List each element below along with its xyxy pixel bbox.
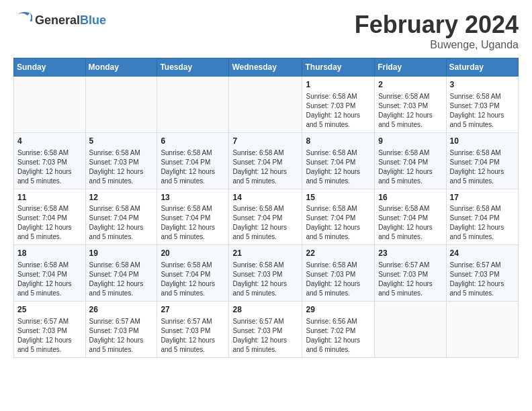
weekday-header-thursday: Thursday [302, 58, 375, 77]
day-number: 24 [450, 248, 515, 259]
weekday-header-saturday: Saturday [446, 58, 518, 77]
day-info: Sunrise: 6:57 AM Sunset: 7:03 PM Dayligh… [378, 261, 442, 298]
day-number: 27 [161, 304, 225, 316]
day-number: 9 [378, 136, 442, 147]
day-number: 26 [89, 304, 154, 316]
calendar-cell: 28Sunrise: 6:57 AM Sunset: 7:03 PM Dayli… [229, 302, 302, 358]
calendar-cell [14, 77, 86, 133]
day-number: 3 [450, 79, 515, 91]
calendar-cell: 6Sunrise: 6:58 AM Sunset: 7:04 PM Daylig… [157, 132, 229, 189]
calendar-cell: 14Sunrise: 6:58 AM Sunset: 7:04 PM Dayli… [229, 189, 302, 245]
calendar-cell: 5Sunrise: 6:58 AM Sunset: 7:03 PM Daylig… [85, 132, 157, 189]
day-info: Sunrise: 6:58 AM Sunset: 7:04 PM Dayligh… [306, 148, 371, 186]
day-info: Sunrise: 6:58 AM Sunset: 7:04 PM Dayligh… [161, 204, 225, 242]
day-number: 13 [161, 192, 225, 203]
calendar-cell: 23Sunrise: 6:57 AM Sunset: 7:03 PM Dayli… [375, 245, 446, 302]
calendar-cell: 9Sunrise: 6:58 AM Sunset: 7:04 PM Daylig… [375, 132, 446, 189]
calendar-cell: 18Sunrise: 6:58 AM Sunset: 7:04 PM Dayli… [14, 245, 86, 302]
logo-icon [13, 11, 32, 30]
day-number: 14 [232, 192, 298, 203]
location-subtitle: Buwenge, Uganda [355, 39, 519, 51]
day-info: Sunrise: 6:58 AM Sunset: 7:03 PM Dayligh… [17, 148, 82, 186]
day-info: Sunrise: 6:58 AM Sunset: 7:03 PM Dayligh… [232, 261, 298, 298]
day-info: Sunrise: 6:58 AM Sunset: 7:03 PM Dayligh… [450, 92, 515, 130]
calendar-cell: 20Sunrise: 6:58 AM Sunset: 7:04 PM Dayli… [157, 245, 229, 302]
calendar-cell: 10Sunrise: 6:58 AM Sunset: 7:04 PM Dayli… [446, 132, 518, 189]
calendar-week-3: 11Sunrise: 6:58 AM Sunset: 7:04 PM Dayli… [14, 189, 519, 245]
day-number: 2 [378, 79, 442, 91]
calendar-cell: 7Sunrise: 6:58 AM Sunset: 7:04 PM Daylig… [229, 132, 302, 189]
month-year-title: February 2024 [355, 11, 519, 39]
weekday-header-wednesday: Wednesday [229, 58, 302, 77]
day-number: 12 [89, 192, 154, 203]
logo-general-text: General [35, 13, 80, 27]
day-info: Sunrise: 6:58 AM Sunset: 7:04 PM Dayligh… [306, 204, 371, 242]
calendar-table: SundayMondayTuesdayWednesdayThursdayFrid… [13, 58, 519, 358]
calendar-cell: 19Sunrise: 6:58 AM Sunset: 7:04 PM Dayli… [85, 245, 157, 302]
calendar-cell: 24Sunrise: 6:57 AM Sunset: 7:03 PM Dayli… [446, 245, 518, 302]
day-number: 1 [306, 79, 371, 91]
weekday-header-sunday: Sunday [14, 58, 86, 77]
weekday-header-row: SundayMondayTuesdayWednesdayThursdayFrid… [14, 58, 519, 77]
day-info: Sunrise: 6:58 AM Sunset: 7:03 PM Dayligh… [306, 261, 371, 298]
calendar-week-2: 4Sunrise: 6:58 AM Sunset: 7:03 PM Daylig… [14, 132, 519, 189]
day-number: 28 [232, 304, 298, 316]
day-number: 16 [378, 192, 442, 203]
calendar-cell: 4Sunrise: 6:58 AM Sunset: 7:03 PM Daylig… [14, 132, 86, 189]
calendar-week-4: 18Sunrise: 6:58 AM Sunset: 7:04 PM Dayli… [14, 245, 519, 302]
calendar-cell: 26Sunrise: 6:57 AM Sunset: 7:03 PM Dayli… [85, 302, 157, 358]
calendar-cell [446, 302, 518, 358]
calendar-cell: 16Sunrise: 6:58 AM Sunset: 7:04 PM Dayli… [375, 189, 446, 245]
day-number: 25 [17, 304, 82, 316]
calendar-cell: 12Sunrise: 6:58 AM Sunset: 7:04 PM Dayli… [85, 189, 157, 245]
day-info: Sunrise: 6:57 AM Sunset: 7:03 PM Dayligh… [89, 317, 154, 355]
calendar-header: SundayMondayTuesdayWednesdayThursdayFrid… [14, 58, 519, 77]
logo: GeneralBlue [13, 11, 106, 30]
day-number: 4 [17, 136, 82, 147]
calendar-cell [157, 77, 229, 133]
calendar-cell: 22Sunrise: 6:58 AM Sunset: 7:03 PM Dayli… [302, 245, 375, 302]
calendar-cell: 3Sunrise: 6:58 AM Sunset: 7:03 PM Daylig… [446, 77, 518, 133]
day-info: Sunrise: 6:58 AM Sunset: 7:04 PM Dayligh… [161, 148, 225, 186]
calendar-cell: 2Sunrise: 6:58 AM Sunset: 7:03 PM Daylig… [375, 77, 446, 133]
day-number: 29 [306, 304, 371, 316]
title-area: February 2024 Buwenge, Uganda [355, 11, 519, 51]
day-number: 11 [17, 192, 82, 203]
day-info: Sunrise: 6:58 AM Sunset: 7:04 PM Dayligh… [17, 204, 82, 242]
day-info: Sunrise: 6:57 AM Sunset: 7:03 PM Dayligh… [161, 317, 225, 355]
day-number: 17 [450, 192, 515, 203]
calendar-cell: 25Sunrise: 6:57 AM Sunset: 7:03 PM Dayli… [14, 302, 86, 358]
calendar-cell [85, 77, 157, 133]
calendar-cell: 21Sunrise: 6:58 AM Sunset: 7:03 PM Dayli… [229, 245, 302, 302]
day-info: Sunrise: 6:58 AM Sunset: 7:03 PM Dayligh… [306, 92, 371, 130]
day-number: 5 [89, 136, 154, 147]
day-number: 8 [306, 136, 371, 147]
day-number: 22 [306, 248, 371, 259]
day-info: Sunrise: 6:58 AM Sunset: 7:04 PM Dayligh… [89, 204, 154, 242]
day-number: 20 [161, 248, 225, 259]
day-info: Sunrise: 6:58 AM Sunset: 7:03 PM Dayligh… [89, 148, 154, 186]
day-number: 21 [232, 248, 298, 259]
day-number: 7 [232, 136, 298, 147]
day-number: 15 [306, 192, 371, 203]
day-info: Sunrise: 6:57 AM Sunset: 7:03 PM Dayligh… [17, 317, 82, 355]
day-info: Sunrise: 6:58 AM Sunset: 7:04 PM Dayligh… [450, 148, 515, 186]
day-number: 19 [89, 248, 154, 259]
day-info: Sunrise: 6:58 AM Sunset: 7:04 PM Dayligh… [17, 261, 82, 298]
day-number: 6 [161, 136, 225, 147]
calendar-cell: 1Sunrise: 6:58 AM Sunset: 7:03 PM Daylig… [302, 77, 375, 133]
weekday-header-friday: Friday [375, 58, 446, 77]
calendar-cell: 8Sunrise: 6:58 AM Sunset: 7:04 PM Daylig… [302, 132, 375, 189]
calendar-cell: 29Sunrise: 6:56 AM Sunset: 7:02 PM Dayli… [302, 302, 375, 358]
day-info: Sunrise: 6:57 AM Sunset: 7:03 PM Dayligh… [232, 317, 298, 355]
calendar-cell [375, 302, 446, 358]
calendar-week-1: 1Sunrise: 6:58 AM Sunset: 7:03 PM Daylig… [14, 77, 519, 133]
calendar-week-5: 25Sunrise: 6:57 AM Sunset: 7:03 PM Dayli… [14, 302, 519, 358]
day-info: Sunrise: 6:58 AM Sunset: 7:04 PM Dayligh… [161, 261, 225, 298]
day-info: Sunrise: 6:58 AM Sunset: 7:04 PM Dayligh… [232, 204, 298, 242]
calendar-body: 1Sunrise: 6:58 AM Sunset: 7:03 PM Daylig… [14, 77, 519, 358]
weekday-header-monday: Monday [85, 58, 157, 77]
calendar-cell: 15Sunrise: 6:58 AM Sunset: 7:04 PM Dayli… [302, 189, 375, 245]
day-info: Sunrise: 6:56 AM Sunset: 7:02 PM Dayligh… [306, 317, 371, 355]
calendar-cell: 11Sunrise: 6:58 AM Sunset: 7:04 PM Dayli… [14, 189, 86, 245]
